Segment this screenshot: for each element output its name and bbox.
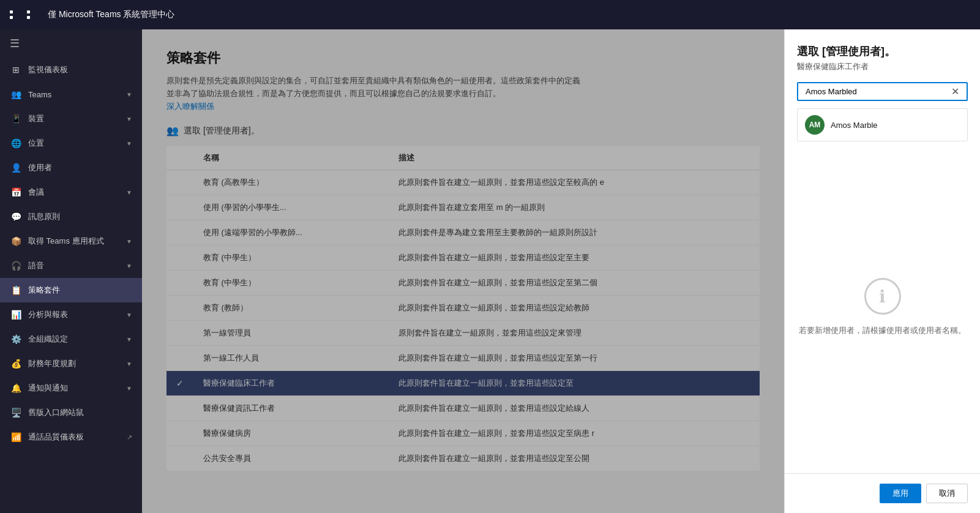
row-check (166, 396, 193, 421)
row-desc: 此原則套件旨在建立一組原則，並套用這些設定給線人 (389, 396, 760, 421)
row-check (166, 220, 193, 245)
table-row[interactable]: 公共安全專員 此原則套件旨在建立一組原則，並套用這些設定至公開 (166, 446, 760, 471)
select-manager-bar: 👥 選取 [管理使用者]。 (166, 125, 760, 137)
row-check (166, 245, 193, 271)
sidebar-item-policy-packages[interactable]: 📋 策略套件 (0, 278, 142, 302)
table-row[interactable]: 醫療保健資訊工作者 此原則套件旨在建立一組原則，並套用這些設定給線人 (166, 396, 760, 421)
sidebar-item-voice[interactable]: 🎧 語音 ▼ (0, 253, 142, 278)
locations-icon: 🌐 (10, 137, 22, 149)
row-name: 第一線工作人員 (193, 346, 389, 371)
voice-icon: 🎧 (10, 260, 22, 272)
sidebar-item-analytics[interactable]: 📊 分析與報表 ▼ (0, 302, 142, 327)
sidebar-label-quality: 通話品質儀表板 (28, 432, 84, 443)
org-settings-chevron: ▼ (126, 336, 132, 343)
table-row[interactable]: 第一線管理員 原則套件旨在建立一組原則，並套用這些設定來管理 (166, 321, 760, 346)
search-clear-button[interactable]: ✕ (949, 83, 962, 100)
row-check (166, 195, 193, 220)
apply-button[interactable]: 應用 (880, 484, 921, 503)
info-icon: ℹ (864, 278, 901, 315)
teams-apps-icon: 📦 (10, 235, 22, 247)
empty-text: 若要新增使用者，請根據使用者或使用者名稱。 (799, 324, 966, 337)
sidebar-label-locations: 位置 (28, 138, 44, 149)
sidebar-label-legacy: 舊版入口網站鼠 (28, 407, 84, 418)
sidebar-label-devices: 裝置 (28, 113, 44, 124)
table-row[interactable]: 教育 (高教學生） 此原則套件旨在建立一組原則，並套用這些設定至較高的 e (166, 170, 760, 195)
row-check (166, 296, 193, 321)
page-description: 原則套件是預先定義原則與設定的集合，可自訂並套用至貴組織中具有類似角色的一組使用… (166, 75, 583, 113)
row-name: 第一線管理員 (193, 321, 389, 346)
topbar-title: 僅 Microsoft Teams 系統管理中心 (48, 9, 174, 20)
row-desc: 此原則套件旨在建立一組原則，並套用這些設定給教師 (389, 296, 760, 321)
panel-footer: 應用 取消 (785, 473, 980, 513)
policy-table: 名稱 描述 教育 (高教學生） 此原則套件旨在建立一組原則，並套用這些設定至較高… (166, 146, 760, 471)
voice-chevron: ▼ (126, 263, 132, 269)
sidebar-label-meetings: 會議 (28, 187, 44, 198)
sidebar-item-teams-apps[interactable]: 📦 取得 Teams 應用程式 ▼ (0, 229, 142, 253)
teams-chevron: ▼ (126, 91, 132, 98)
sidebar-item-org-settings[interactable]: ⚙️ 全組織設定 ▼ (0, 327, 142, 351)
table-row[interactable]: 醫療保健病房 此原則套件旨在建立一組原則，並套用這些設定至病患 r (166, 421, 760, 446)
row-desc: 此原則套件旨在建立一組原則，並套用這些設定至 (389, 371, 760, 396)
table-row[interactable]: ✓ 醫療保健臨床工作者 此原則套件旨在建立一組原則，並套用這些設定至 (166, 371, 760, 396)
sidebar-item-messages[interactable]: 💬 訊息原則 (0, 204, 142, 229)
sidebar-item-locations[interactable]: 🌐 位置 ▼ (0, 131, 142, 155)
row-name: 醫療保健臨床工作者 (193, 371, 389, 396)
table-row[interactable]: 第一線工作人員 此原則套件旨在建立一組原則，並套用這些設定至第一行 (166, 346, 760, 371)
dashboard-icon: ⊞ (10, 64, 22, 76)
legacy-icon: 🖥️ (10, 406, 22, 419)
sidebar-label-teams-apps: 取得 Teams 應用程式 (28, 236, 104, 247)
cancel-button[interactable]: 取消 (926, 484, 968, 503)
row-name: 使用 (學習的小學學生... (193, 195, 389, 220)
sidebar-label-teams: Teams (28, 90, 51, 99)
notifications-icon: 🔔 (10, 382, 22, 394)
search-box[interactable]: ✕ (797, 82, 968, 101)
row-check (166, 346, 193, 371)
locations-chevron: ▼ (126, 140, 132, 147)
sidebar-item-fiscal[interactable]: 💰 財務年度規劃 ▼ (0, 351, 142, 376)
notifications-chevron: ▼ (126, 385, 132, 392)
org-settings-icon: ⚙️ (10, 333, 22, 345)
sidebar-item-meetings[interactable]: 📅 會議 ▼ (0, 180, 142, 204)
row-desc: 此原則套件旨在建立一組原則，並套用這些設定至病患 r (389, 421, 760, 446)
fiscal-chevron: ▼ (126, 361, 132, 367)
app-grid-icon[interactable] (10, 10, 42, 19)
result-name: Amos Marble (831, 121, 878, 130)
manage-users-icon: 👥 (166, 125, 179, 137)
teams-icon: 👥 (10, 88, 22, 100)
meetings-chevron: ▼ (126, 189, 132, 196)
table-row[interactable]: 教育 (中學生） 此原則套件旨在建立一組原則，並套用這些設定至第二個 (166, 271, 760, 296)
result-item[interactable]: AM Amos Marble (798, 109, 967, 141)
row-name: 教育 (高教學生） (193, 170, 389, 195)
table-row[interactable]: 使用 (學習的小學學生... 此原則套件旨在建立套用至 m 的一組原則 (166, 195, 760, 220)
topbar: 僅 Microsoft Teams 系統管理中心 (0, 0, 980, 29)
table-row[interactable]: 教育 (教師） 此原則套件旨在建立一組原則，並套用這些設定給教師 (166, 296, 760, 321)
sidebar-item-dashboard[interactable]: ⊞ 監視儀表板 (0, 58, 142, 82)
policy-packages-icon: 📋 (10, 284, 22, 296)
row-name: 醫療保健資訊工作者 (193, 396, 389, 421)
row-name: 教育 (教師） (193, 296, 389, 321)
sidebar-label-voice: 語音 (28, 260, 44, 271)
sidebar-item-notifications[interactable]: 🔔 通知與通知 ▼ (0, 376, 142, 400)
sidebar-item-legacy[interactable]: 🖥️ 舊版入口網站鼠 (0, 400, 142, 425)
row-desc: 此原則套件旨在建立套用至 m 的一組原則 (389, 195, 760, 220)
quality-icon: 📶 (10, 431, 22, 443)
row-check (166, 321, 193, 346)
row-desc: 原則套件旨在建立一組原則，並套用這些設定來管理 (389, 321, 760, 346)
panel-subtitle: 醫療保健臨床工作者 (797, 61, 968, 72)
sidebar-item-teams[interactable]: 👥 Teams ▼ (0, 82, 142, 107)
sidebar-item-quality[interactable]: 📶 通話品質儀表板 ↗ (0, 425, 142, 449)
meetings-icon: 📅 (10, 186, 22, 198)
sidebar-toggle[interactable]: ☰ (0, 29, 142, 58)
fiscal-icon: 💰 (10, 358, 22, 370)
sidebar-label-notifications: 通知與通知 (28, 383, 68, 394)
table-row[interactable]: 使用 (遠端學習的小學教師... 此原則套件是專為建立套用至主要教師的一組原則所… (166, 220, 760, 245)
learn-more-link[interactable]: 深入瞭解關係 (166, 102, 214, 111)
row-name: 教育 (中學生） (193, 271, 389, 296)
users-icon: 👤 (10, 162, 22, 174)
search-input[interactable] (803, 83, 949, 100)
sidebar-item-users[interactable]: 👤 使用者 (0, 155, 142, 180)
sidebar-item-devices[interactable]: 📱 裝置 ▼ (0, 107, 142, 131)
row-check (166, 271, 193, 296)
table-row[interactable]: 教育 (中學生） 此原則套件旨在建立一組原則，並套用這些設定至主要 (166, 245, 760, 271)
empty-state: ℹ 若要新增使用者，請根據使用者或使用者名稱。 (785, 141, 980, 473)
